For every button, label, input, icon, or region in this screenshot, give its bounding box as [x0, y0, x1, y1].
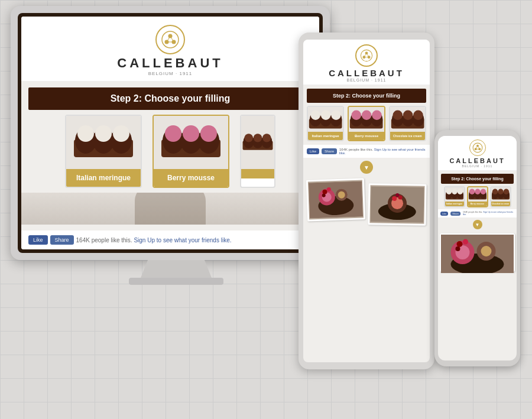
monitor-step-banner: Step 2: Choose your filling [28, 87, 312, 110]
phone-step-banner: Step 2: Choose your filling [441, 174, 514, 184]
phone-brand-tagline: BELGIUM · 1911 [462, 164, 493, 168]
monitor-header: CALLEBAUT BELGIUM · 1911 [21, 17, 319, 82]
svg-point-18 [165, 125, 181, 142]
tablet-filling-grid: Italian meringue [303, 106, 430, 141]
phone-screen: CALLEBAUT BELGIUM · 1911 Step 2: Choose … [438, 136, 517, 360]
tablet-fb-share[interactable]: Share [322, 148, 337, 154]
tablet-fb-like[interactable]: Like [307, 148, 319, 154]
svg-point-83 [446, 189, 451, 194]
phone-filling-img-italian [445, 187, 464, 202]
svg-point-91 [475, 189, 480, 194]
phone-label-berry: Berry mousse [468, 202, 487, 206]
tablet-logo-svg [360, 49, 373, 62]
svg-point-92 [480, 189, 485, 194]
filling-img-chocolate [241, 116, 274, 169]
monitor-brand-tagline: BELGIUM · 1911 [148, 71, 192, 76]
svg-point-47 [362, 110, 371, 119]
monitor-facebook-bar: Like Share 164K people like this. Sign U… [21, 230, 319, 249]
svg-point-105 [481, 246, 492, 256]
filling-card-chocolate[interactable] [240, 115, 275, 188]
svg-point-54 [403, 110, 413, 119]
phone-facebook-bar: Like Share 164K people like this. Sign U… [438, 209, 517, 217]
monitor-stand [141, 260, 212, 278]
filling-img-italian-meringue [66, 116, 141, 169]
svg-point-20 [200, 125, 217, 142]
monitor-fb-signup[interactable]: Sign Up to see what your friends like. [134, 237, 231, 243]
svg-point-41 [331, 110, 340, 119]
phone-fb-like[interactable]: Like [440, 212, 448, 216]
phone-filling-img-choc [491, 187, 510, 202]
tablet-screen: CALLEBAUT BELGIUM · 1911 Step 2: Choose … [303, 40, 430, 362]
tablet-photo-2 [368, 183, 426, 226]
filling-img-berry-mousse [154, 116, 228, 169]
phone-photo-section [438, 232, 517, 274]
svg-point-11 [77, 125, 94, 142]
tablet-scroll-arrow[interactable]: ▼ [360, 161, 373, 174]
svg-point-107 [463, 239, 468, 245]
filling-label-italian-meringue: Italian meringue [66, 169, 141, 187]
phone-logo-svg [472, 142, 483, 153]
tablet-photo-1 [306, 178, 365, 221]
svg-point-90 [469, 189, 474, 194]
svg-point-25 [245, 134, 253, 142]
svg-point-40 [321, 110, 330, 119]
svg-point-98 [498, 189, 503, 194]
tablet-label-italian: Italian meringue [308, 132, 343, 140]
callebaut-logo-svg [161, 30, 180, 49]
svg-point-12 [95, 125, 112, 142]
tablet-filling-img-choc [390, 107, 425, 132]
tablet-label-berry: Berry mousse [349, 132, 384, 140]
tablet-filling-img-berry [349, 107, 384, 132]
svg-point-53 [392, 110, 402, 119]
svg-point-46 [352, 110, 361, 119]
phone-label-choc: Chocolate ice cream [491, 202, 510, 206]
monitor-fb-count: 164K people like this. Sign Up to see wh… [76, 237, 232, 243]
tablet-facebook-bar: Like Share 164K people like this. Sign U… [303, 145, 430, 158]
tablet-brand-tagline: BELGIUM · 1911 [347, 78, 387, 82]
phone-filling-grid: Italian meringue [438, 186, 517, 207]
phone-scroll-arrow[interactable]: ▼ [473, 220, 482, 229]
svg-point-85 [457, 189, 462, 194]
tablet-filling-italian-meringue[interactable]: Italian meringue [307, 106, 344, 141]
svg-point-19 [183, 125, 199, 142]
svg-point-99 [503, 189, 508, 194]
phone-filling-choc[interactable]: Chocolate ice cream [490, 186, 511, 207]
svg-point-13 [113, 125, 129, 142]
svg-point-39 [311, 110, 320, 119]
svg-point-84 [452, 189, 457, 194]
phone-header: CALLEBAUT BELGIUM · 1911 [438, 136, 517, 171]
filling-card-italian-meringue[interactable]: Italian meringue [65, 115, 142, 188]
filling-label-chocolate [241, 169, 274, 178]
svg-point-106 [457, 241, 463, 247]
svg-point-72 [473, 143, 482, 152]
filling-label-berry-mousse: Berry mousse [154, 169, 228, 187]
desktop-monitor: CALLEBAUT BELGIUM · 1911 Step 2: Choose … [11, 6, 342, 325]
monitor-fb-share-btn[interactable]: Share [50, 235, 74, 245]
tablet-filling-berry-mousse[interactable]: Berry mousse [348, 106, 385, 141]
monitor-bezel: CALLEBAUT BELGIUM · 1911 Step 2: Choose … [11, 6, 330, 260]
phone-fb-text: 164K people like this. Sign Up to see wh… [463, 211, 514, 216]
phone-brand-name: CALLEBAUT [449, 157, 505, 164]
tablet-logo-circle [355, 44, 378, 67]
tablet-device: CALLEBAUT BELGIUM · 1911 Step 2: Choose … [299, 33, 434, 369]
tablet-filling-chocolate[interactable]: Chocolate ice cream [389, 106, 426, 141]
monitor-filling-grid: Italian meringue [21, 115, 319, 188]
svg-point-97 [492, 189, 497, 194]
monitor-base [129, 278, 223, 285]
phone-filling-italian[interactable]: Italian meringue [444, 186, 465, 207]
svg-point-26 [254, 134, 262, 142]
phone-filling-berry[interactable]: Berry mousse [467, 186, 488, 207]
tablet-header: CALLEBAUT BELGIUM · 1911 [303, 40, 430, 85]
phone-fb-share[interactable]: Share [450, 212, 460, 216]
tablet-photo-section [303, 177, 430, 362]
svg-point-108 [456, 246, 460, 251]
phone-device: CALLEBAUT BELGIUM · 1911 Step 2: Choose … [434, 130, 520, 366]
filling-card-berry-mousse[interactable]: Berry mousse [153, 115, 229, 188]
tablet-fb-text: 164K people like this. Sign Up to see wh… [339, 148, 426, 155]
phone-filling-img-berry [468, 187, 487, 202]
svg-point-27 [262, 134, 271, 142]
tablet-step-banner: Step 2: Choose your filling [307, 89, 426, 103]
monitor-screen: CALLEBAUT BELGIUM · 1911 Step 2: Choose … [21, 17, 319, 249]
tablet-filling-img-italian [308, 107, 343, 132]
monitor-fb-like-btn[interactable]: Like [28, 235, 48, 245]
